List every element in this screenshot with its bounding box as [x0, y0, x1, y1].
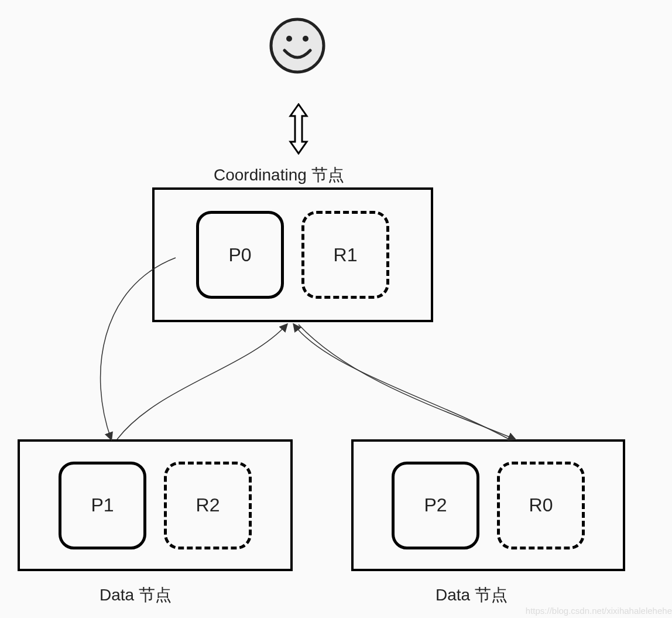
shard-label: R0	[529, 494, 553, 516]
watermark-text: https://blog.csdn.net/xixihahalelehehe	[526, 606, 672, 616]
primary-shard-p2: P2	[392, 462, 479, 549]
data-node-left: P1 R2	[18, 439, 293, 571]
diagram-canvas: Coordinating 节点 P0 R1 P1 R2 P2 R0 Data 节…	[0, 0, 672, 618]
data-node-right-label: Data 节点	[436, 584, 508, 606]
svg-point-2	[303, 36, 308, 42]
shard-label: R1	[334, 244, 358, 266]
svg-point-0	[271, 19, 324, 72]
data-node-right: P2 R0	[351, 439, 625, 571]
shard-label: P0	[228, 244, 251, 266]
replica-shard-r1: R1	[301, 211, 389, 299]
user-icon	[268, 16, 327, 75]
shard-label: P2	[424, 494, 447, 516]
replica-shard-r2: R2	[164, 462, 252, 549]
shard-label: R2	[196, 494, 220, 516]
replica-shard-r0: R0	[497, 462, 585, 549]
primary-shard-p1: P1	[59, 462, 146, 549]
data-node-left-label: Data 节点	[100, 584, 172, 606]
shard-label: P1	[91, 494, 114, 516]
coordinating-label: Coordinating 节点	[214, 164, 344, 186]
primary-shard-p0: P0	[196, 211, 284, 299]
svg-point-1	[286, 36, 292, 42]
coordinating-node: P0 R1	[152, 187, 433, 322]
double-arrow-icon	[287, 103, 310, 155]
